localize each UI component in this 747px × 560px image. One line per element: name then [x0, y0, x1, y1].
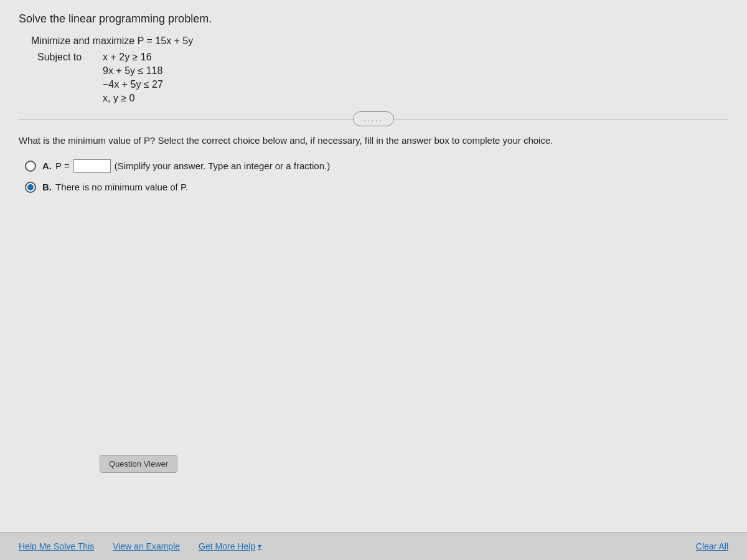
answer-input[interactable]: [73, 159, 111, 173]
problem-content: Minimize and maximize P = 15x + 5y Subje…: [31, 35, 728, 104]
question-viewer-button[interactable]: Question Viewer: [100, 455, 177, 473]
chevron-down-icon: ▾: [258, 542, 261, 551]
option-b-row: B. There is no minimum value of P.: [25, 182, 728, 193]
main-container: Solve the linear programming problem. Mi…: [0, 0, 747, 560]
constraint-4: x, y ≥ 0: [103, 93, 728, 104]
divider-area: .....: [19, 111, 728, 126]
dots-ellipsis: .....: [353, 111, 394, 126]
subject-to-label: Subject to: [37, 52, 96, 63]
bottom-toolbar: Help Me Solve This View an Example Get M…: [0, 532, 747, 560]
option-a-label: A.: [42, 161, 52, 171]
option-a-radio[interactable]: [25, 161, 36, 172]
question-text: What is the minimum value of P? Select t…: [19, 134, 728, 148]
answer-options: A. P = (Simplify your answer. Type an in…: [25, 159, 728, 193]
view-example-link[interactable]: View an Example: [113, 541, 180, 551]
problem-title: Solve the linear programming problem.: [19, 12, 728, 26]
option-b-label: B.: [42, 182, 52, 192]
bottom-left-links: Help Me Solve This View an Example Get M…: [19, 541, 261, 551]
clear-all-button[interactable]: Clear All: [696, 541, 728, 551]
radio-selected-indicator: [27, 184, 34, 190]
objective-line: Minimize and maximize P = 15x + 5y: [31, 35, 728, 47]
option-a-prefix: P =: [55, 161, 70, 171]
help-me-solve-link[interactable]: Help Me Solve This: [19, 541, 94, 551]
constraint-row-1: Subject to x + 2y ≥ 16: [37, 52, 728, 63]
option-a-row: A. P = (Simplify your answer. Type an in…: [25, 159, 728, 173]
option-b-radio[interactable]: [25, 182, 36, 193]
constraint-3: −4x + 5y ≤ 27: [103, 79, 728, 90]
constraint-2: 9x + 5y ≤ 118: [103, 65, 728, 77]
get-more-help-link[interactable]: Get More Help ▾: [199, 541, 261, 551]
constraints-table: Subject to x + 2y ≥ 16 9x + 5y ≤ 118 −4x…: [37, 52, 728, 104]
option-b-text: There is no minimum value of P.: [55, 182, 188, 192]
get-more-help-text: Get More Help: [199, 541, 255, 551]
constraint-1: x + 2y ≥ 16: [103, 52, 152, 63]
option-a-suffix: (Simplify your answer. Type an integer o…: [115, 161, 331, 171]
